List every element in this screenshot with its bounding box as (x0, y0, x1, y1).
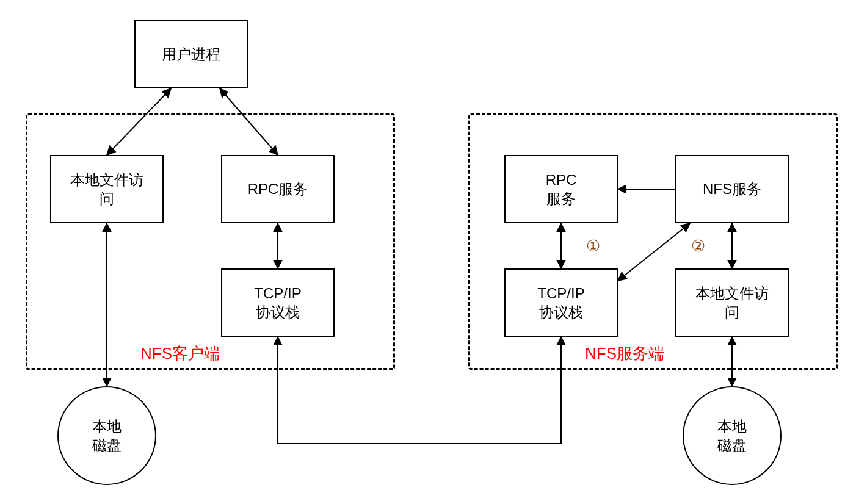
local-disk-server-label: 本地 磁盘 (717, 417, 747, 455)
local-file-access-client-label: 本地文件访 问 (70, 170, 143, 208)
nfs-client-container (26, 113, 395, 370)
user-process-box: 用户进程 (134, 20, 248, 88)
local-disk-client-label: 本地 磁盘 (92, 417, 122, 455)
nfs-server-label: NFS服务端 (585, 343, 664, 364)
local-disk-server-circle: 本地 磁盘 (683, 386, 782, 485)
rpc-service-server-label: RPC 服务 (546, 170, 577, 208)
nfs-client-label: NFS客户端 (140, 343, 220, 364)
tcpip-stack-client-label: TCP/IP 协议栈 (254, 284, 301, 322)
tcpip-stack-server-label: TCP/IP 协议栈 (537, 284, 584, 322)
nfs-service-server-label: NFS服务 (703, 179, 761, 198)
local-file-access-server-box: 本地文件访 问 (675, 268, 789, 337)
user-process-label: 用户进程 (162, 45, 220, 63)
tcpip-stack-server-box: TCP/IP 协议栈 (504, 268, 618, 337)
local-disk-client-circle: 本地 磁盘 (57, 386, 156, 485)
nfs-service-server-box: NFS服务 (675, 155, 789, 223)
tcpip-stack-client-box: TCP/IP 协议栈 (221, 268, 335, 337)
annotation-1: ① (586, 237, 600, 256)
rpc-service-server-box: RPC 服务 (504, 155, 618, 223)
annotation-2: ② (691, 237, 705, 256)
rpc-service-client-box: RPC服务 (221, 155, 335, 223)
local-file-access-server-label: 本地文件访 问 (695, 284, 769, 322)
local-file-access-client-box: 本地文件访 问 (50, 155, 164, 223)
rpc-service-client-label: RPC服务 (248, 179, 308, 198)
